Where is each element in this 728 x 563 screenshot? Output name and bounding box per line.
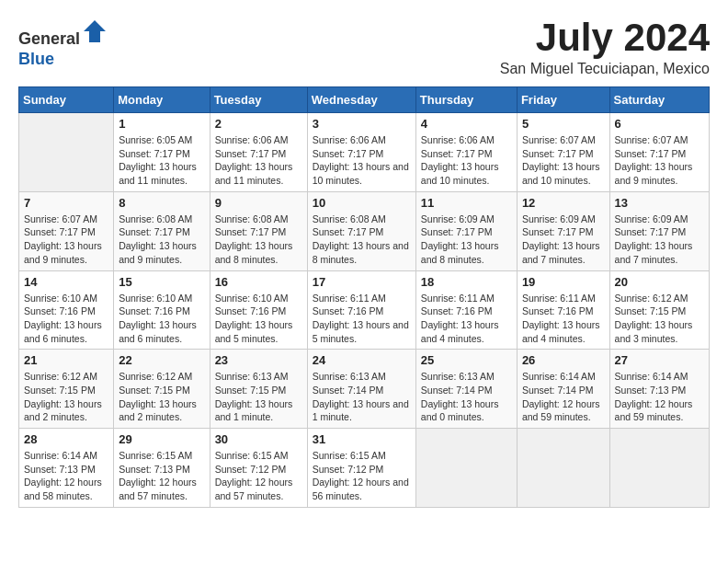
day-info: Sunrise: 6:07 AMSunset: 7:17 PMDaylight:…: [522, 133, 605, 188]
day-number: 29: [119, 432, 204, 446]
calendar-week-row: 28Sunrise: 6:14 AMSunset: 7:13 PMDayligh…: [19, 429, 710, 508]
logo-general-text: General: [18, 29, 80, 48]
calendar-cell: 12Sunrise: 6:09 AMSunset: 7:17 PMDayligh…: [517, 191, 609, 270]
calendar-week-row: 14Sunrise: 6:10 AMSunset: 7:16 PMDayligh…: [19, 270, 710, 350]
day-number: 15: [119, 275, 204, 289]
day-number: 26: [522, 353, 605, 367]
day-info: Sunrise: 6:09 AMSunset: 7:17 PMDaylight:…: [615, 213, 704, 267]
day-info: Sunrise: 6:06 AMSunset: 7:17 PMDaylight:…: [421, 133, 512, 188]
calendar-cell: [517, 429, 609, 508]
calendar-week-row: 7Sunrise: 6:07 AMSunset: 7:17 PMDaylight…: [19, 191, 710, 270]
calendar-cell: 29Sunrise: 6:15 AMSunset: 7:13 PMDayligh…: [114, 429, 210, 508]
day-number: 12: [522, 196, 605, 210]
day-number: 23: [215, 353, 302, 367]
day-number: 25: [421, 353, 512, 367]
calendar-table: SundayMondayTuesdayWednesdayThursdayFrid…: [18, 86, 710, 508]
calendar-cell: 7Sunrise: 6:07 AMSunset: 7:17 PMDaylight…: [19, 191, 114, 270]
day-info: Sunrise: 6:14 AMSunset: 7:14 PMDaylight:…: [522, 370, 605, 424]
day-number: 4: [421, 117, 512, 131]
day-number: 16: [215, 275, 302, 289]
calendar-cell: [19, 113, 114, 192]
calendar-cell: 26Sunrise: 6:14 AMSunset: 7:14 PMDayligh…: [517, 350, 609, 429]
calendar-cell: 18Sunrise: 6:11 AMSunset: 7:16 PMDayligh…: [415, 270, 517, 350]
calendar-cell: 8Sunrise: 6:08 AMSunset: 7:17 PMDaylight…: [114, 191, 210, 270]
day-info: Sunrise: 6:11 AMSunset: 7:16 PMDaylight:…: [313, 292, 411, 346]
day-info: Sunrise: 6:08 AMSunset: 7:17 PMDaylight:…: [119, 213, 204, 267]
calendar-cell: [609, 429, 709, 508]
location-title: San Miguel Tecuiciapan, Mexico: [500, 61, 710, 77]
logo: General Blue: [18, 18, 108, 69]
page-header: General Blue July 2024 San Miguel Tecuic…: [18, 18, 710, 77]
weekday-header-friday: Friday: [517, 87, 609, 113]
weekday-header-tuesday: Tuesday: [210, 87, 307, 113]
calendar-cell: 5Sunrise: 6:07 AMSunset: 7:17 PMDaylight…: [517, 113, 609, 192]
day-number: 30: [215, 432, 302, 446]
day-info: Sunrise: 6:10 AMSunset: 7:16 PMDaylight:…: [24, 292, 108, 346]
weekday-header-saturday: Saturday: [609, 87, 709, 113]
day-number: 20: [615, 275, 704, 289]
day-number: 31: [313, 432, 411, 446]
day-number: 19: [522, 275, 605, 289]
day-number: 10: [313, 196, 411, 210]
day-info: Sunrise: 6:15 AMSunset: 7:12 PMDaylight:…: [313, 449, 411, 503]
calendar-cell: 17Sunrise: 6:11 AMSunset: 7:16 PMDayligh…: [307, 270, 415, 350]
title-block: July 2024 San Miguel Tecuiciapan, Mexico: [500, 18, 710, 77]
calendar-cell: 21Sunrise: 6:12 AMSunset: 7:15 PMDayligh…: [19, 350, 114, 429]
day-number: 24: [313, 353, 411, 367]
calendar-cell: 1Sunrise: 6:05 AMSunset: 7:17 PMDaylight…: [114, 113, 210, 192]
calendar-cell: 3Sunrise: 6:06 AMSunset: 7:17 PMDaylight…: [307, 113, 415, 192]
calendar-cell: 2Sunrise: 6:06 AMSunset: 7:17 PMDaylight…: [210, 113, 307, 192]
calendar-cell: 13Sunrise: 6:09 AMSunset: 7:17 PMDayligh…: [609, 191, 709, 270]
day-info: Sunrise: 6:14 AMSunset: 7:13 PMDaylight:…: [615, 370, 704, 424]
day-number: 8: [119, 196, 204, 210]
calendar-cell: 19Sunrise: 6:11 AMSunset: 7:16 PMDayligh…: [517, 270, 609, 350]
weekday-header-monday: Monday: [114, 87, 210, 113]
day-info: Sunrise: 6:07 AMSunset: 7:17 PMDaylight:…: [24, 213, 108, 267]
day-info: Sunrise: 6:12 AMSunset: 7:15 PMDaylight:…: [24, 370, 108, 424]
day-info: Sunrise: 6:10 AMSunset: 7:16 PMDaylight:…: [119, 292, 204, 346]
day-number: 18: [421, 275, 512, 289]
day-number: 7: [24, 196, 108, 210]
day-info: Sunrise: 6:09 AMSunset: 7:17 PMDaylight:…: [522, 213, 605, 267]
day-number: 3: [313, 117, 411, 131]
calendar-cell: 30Sunrise: 6:15 AMSunset: 7:12 PMDayligh…: [210, 429, 307, 508]
weekday-header-wednesday: Wednesday: [307, 87, 415, 113]
weekday-header-sunday: Sunday: [19, 87, 114, 113]
day-info: Sunrise: 6:06 AMSunset: 7:17 PMDaylight:…: [313, 133, 411, 188]
day-info: Sunrise: 6:06 AMSunset: 7:17 PMDaylight:…: [215, 133, 302, 188]
day-info: Sunrise: 6:12 AMSunset: 7:15 PMDaylight:…: [119, 370, 204, 424]
day-number: 17: [313, 275, 411, 289]
calendar-cell: 22Sunrise: 6:12 AMSunset: 7:15 PMDayligh…: [114, 350, 210, 429]
day-info: Sunrise: 6:11 AMSunset: 7:16 PMDaylight:…: [421, 292, 512, 346]
calendar-cell: 28Sunrise: 6:14 AMSunset: 7:13 PMDayligh…: [19, 429, 114, 508]
day-number: 2: [215, 117, 302, 131]
calendar-cell: 14Sunrise: 6:10 AMSunset: 7:16 PMDayligh…: [19, 270, 114, 350]
day-number: 14: [24, 275, 108, 289]
svg-marker-0: [84, 20, 106, 42]
day-info: Sunrise: 6:11 AMSunset: 7:16 PMDaylight:…: [522, 292, 605, 346]
calendar-cell: 27Sunrise: 6:14 AMSunset: 7:13 PMDayligh…: [609, 350, 709, 429]
day-number: 5: [522, 117, 605, 131]
weekday-header-row: SundayMondayTuesdayWednesdayThursdayFrid…: [19, 87, 710, 113]
logo-icon: [82, 18, 108, 44]
day-number: 13: [615, 196, 704, 210]
weekday-header-thursday: Thursday: [415, 87, 517, 113]
day-number: 6: [615, 117, 704, 131]
calendar-week-row: 1Sunrise: 6:05 AMSunset: 7:17 PMDaylight…: [19, 113, 710, 192]
day-info: Sunrise: 6:09 AMSunset: 7:17 PMDaylight:…: [421, 213, 512, 267]
day-info: Sunrise: 6:15 AMSunset: 7:13 PMDaylight:…: [119, 449, 204, 503]
day-number: 27: [615, 353, 704, 367]
day-info: Sunrise: 6:13 AMSunset: 7:14 PMDaylight:…: [313, 370, 411, 424]
calendar-cell: 4Sunrise: 6:06 AMSunset: 7:17 PMDaylight…: [415, 113, 517, 192]
day-number: 11: [421, 196, 512, 210]
calendar-cell: 10Sunrise: 6:08 AMSunset: 7:17 PMDayligh…: [307, 191, 415, 270]
calendar-cell: 23Sunrise: 6:13 AMSunset: 7:15 PMDayligh…: [210, 350, 307, 429]
day-number: 9: [215, 196, 302, 210]
day-number: 22: [119, 353, 204, 367]
calendar-cell: 25Sunrise: 6:13 AMSunset: 7:14 PMDayligh…: [415, 350, 517, 429]
logo-blue-text: Blue: [18, 50, 54, 68]
day-info: Sunrise: 6:08 AMSunset: 7:17 PMDaylight:…: [215, 213, 302, 267]
day-number: 21: [24, 353, 108, 367]
day-info: Sunrise: 6:14 AMSunset: 7:13 PMDaylight:…: [24, 449, 108, 503]
calendar-cell: 15Sunrise: 6:10 AMSunset: 7:16 PMDayligh…: [114, 270, 210, 350]
